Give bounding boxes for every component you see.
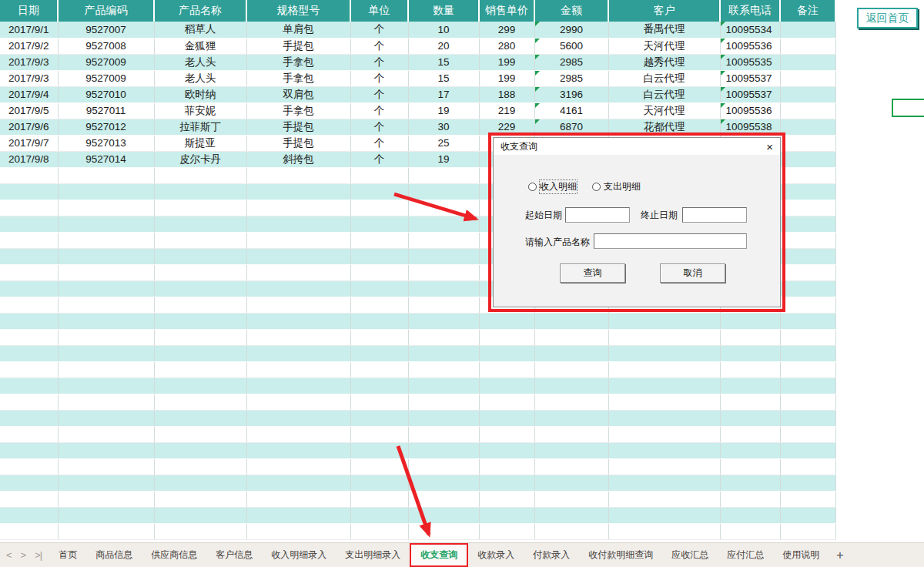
table-cell[interactable] [0, 442, 58, 458]
table-cell[interactable] [780, 426, 835, 442]
table-cell[interactable] [479, 458, 534, 475]
table-cell[interactable] [58, 248, 154, 264]
table-cell[interactable] [154, 232, 246, 248]
table-cell[interactable] [0, 329, 58, 345]
table-cell[interactable]: 6870 [534, 119, 608, 135]
table-cell[interactable] [780, 280, 835, 297]
table-cell[interactable]: 2017/9/1 [0, 22, 58, 38]
table-cell[interactable] [608, 345, 720, 361]
table-cell[interactable] [534, 475, 608, 491]
table-cell[interactable] [780, 102, 835, 119]
table-cell[interactable] [479, 426, 534, 442]
table-cell[interactable] [58, 426, 154, 442]
table-cell[interactable] [780, 507, 835, 523]
table-cell[interactable] [350, 297, 408, 313]
table-cell[interactable] [58, 491, 154, 507]
table-cell[interactable] [608, 475, 720, 491]
table-cell[interactable]: 单肩包 [246, 22, 350, 38]
table-cell[interactable] [720, 329, 780, 345]
table-cell[interactable] [350, 200, 408, 216]
table-cell[interactable] [246, 280, 350, 297]
table-cell[interactable] [780, 377, 835, 394]
table-cell[interactable] [408, 458, 479, 475]
column-header[interactable]: 联系电话 [720, 0, 780, 22]
table-cell[interactable] [154, 329, 246, 345]
table-cell[interactable] [408, 216, 479, 232]
table-cell[interactable] [246, 345, 350, 361]
table-cell[interactable] [0, 475, 58, 491]
table-cell[interactable] [408, 297, 479, 313]
table-cell[interactable] [350, 264, 408, 280]
table-cell[interactable] [780, 86, 835, 102]
table-cell[interactable] [408, 410, 479, 426]
radio-option[interactable]: 收入明细 [528, 180, 577, 193]
table-cell[interactable] [534, 329, 608, 345]
table-cell[interactable] [58, 297, 154, 313]
table-cell[interactable] [780, 329, 835, 345]
table-cell[interactable] [154, 361, 246, 377]
table-cell[interactable] [534, 458, 608, 475]
table-cell[interactable] [780, 200, 835, 216]
table-cell[interactable] [720, 377, 780, 394]
table-cell[interactable] [0, 313, 58, 329]
table-cell[interactable] [58, 313, 154, 329]
table-cell[interactable] [0, 297, 58, 313]
table-cell[interactable]: 299 [479, 22, 534, 38]
table-cell[interactable] [350, 167, 408, 183]
table-cell[interactable] [534, 410, 608, 426]
table-cell[interactable] [479, 313, 534, 329]
table-cell[interactable]: 10095536 [720, 38, 780, 54]
table-cell[interactable] [58, 280, 154, 297]
table-cell[interactable] [408, 248, 479, 264]
table-cell[interactable] [350, 426, 408, 442]
table-cell[interactable]: 个 [350, 70, 408, 86]
table-cell[interactable]: 个 [350, 135, 408, 151]
table-cell[interactable] [246, 329, 350, 345]
table-cell[interactable] [350, 507, 408, 523]
start-date-input[interactable] [565, 207, 630, 223]
table-cell[interactable] [0, 183, 58, 200]
table-cell[interactable] [154, 458, 246, 475]
table-cell[interactable] [0, 200, 58, 216]
table-cell[interactable] [780, 248, 835, 264]
table-cell[interactable] [246, 264, 350, 280]
table-cell[interactable] [0, 232, 58, 248]
table-cell[interactable]: 9527007 [58, 22, 154, 38]
table-cell[interactable] [720, 313, 780, 329]
table-cell[interactable]: 2017/9/6 [0, 119, 58, 135]
table-cell[interactable] [608, 410, 720, 426]
table-cell[interactable] [154, 183, 246, 200]
table-cell[interactable] [246, 410, 350, 426]
table-cell[interactable] [350, 248, 408, 264]
table-cell[interactable] [350, 232, 408, 248]
column-header[interactable]: 客户 [608, 0, 720, 22]
sheet-tab[interactable]: 付款录入 [524, 543, 579, 567]
table-cell[interactable] [720, 523, 780, 539]
sheet-tab[interactable]: 首页 [49, 543, 86, 567]
table-cell[interactable]: 4161 [534, 102, 608, 119]
table-cell[interactable] [408, 329, 479, 345]
table-cell[interactable] [479, 345, 534, 361]
table-cell[interactable] [246, 361, 350, 377]
radio-option[interactable]: 支出明细 [592, 180, 641, 193]
table-cell[interactable] [780, 361, 835, 377]
table-cell[interactable]: 欧时纳 [154, 86, 246, 102]
table-cell[interactable] [408, 167, 479, 183]
table-cell[interactable] [780, 442, 835, 458]
table-cell[interactable] [246, 458, 350, 475]
table-cell[interactable] [780, 22, 835, 38]
table-cell[interactable]: 稻草人 [154, 22, 246, 38]
table-cell[interactable]: 280 [479, 38, 534, 54]
table-cell[interactable] [0, 426, 58, 442]
table-cell[interactable]: 199 [479, 54, 534, 70]
table-cell[interactable] [154, 507, 246, 523]
table-cell[interactable] [246, 183, 350, 200]
table-cell[interactable] [720, 475, 780, 491]
table-cell[interactable]: 2017/9/8 [0, 151, 58, 167]
table-cell[interactable] [154, 523, 246, 539]
table-cell[interactable] [58, 183, 154, 200]
table-cell[interactable] [534, 345, 608, 361]
table-cell[interactable] [408, 377, 479, 394]
table-cell[interactable]: 199 [479, 70, 534, 86]
table-cell[interactable] [154, 394, 246, 410]
